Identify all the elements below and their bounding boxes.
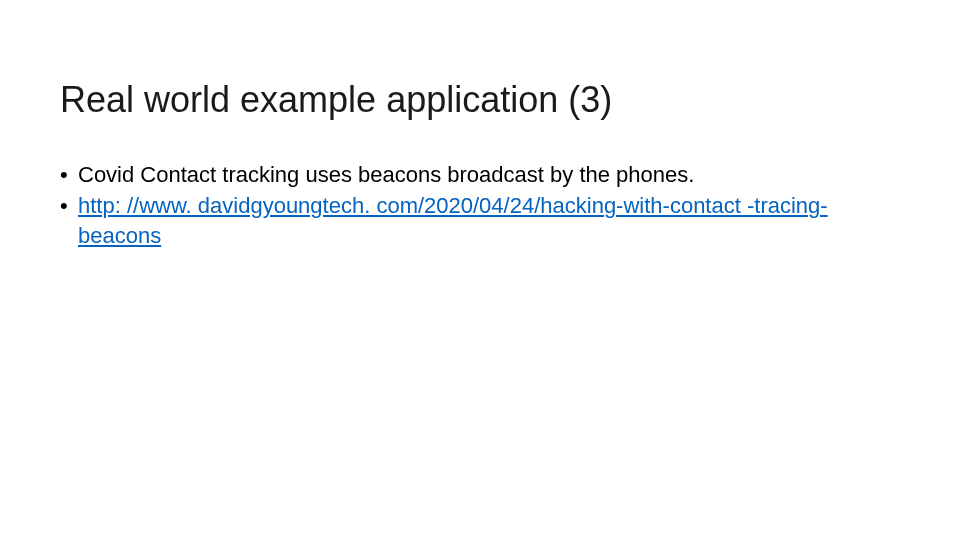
- slide-title: Real world example application (3): [60, 80, 900, 120]
- bullet-dot-icon: •: [60, 160, 78, 190]
- bullet-item: • Covid Contact tracking uses beacons br…: [60, 160, 900, 190]
- reference-link[interactable]: http: //www. davidgyoungtech. com/2020/0…: [78, 193, 828, 248]
- bullet-dot-icon: •: [60, 191, 78, 250]
- bullet-text: Covid Contact tracking uses beacons broa…: [78, 160, 900, 190]
- slide: Real world example application (3) • Cov…: [0, 0, 960, 540]
- slide-body: • Covid Contact tracking uses beacons br…: [60, 160, 900, 251]
- bullet-item: • http: //www. davidgyoungtech. com/2020…: [60, 191, 900, 250]
- bullet-text: http: //www. davidgyoungtech. com/2020/0…: [78, 191, 900, 250]
